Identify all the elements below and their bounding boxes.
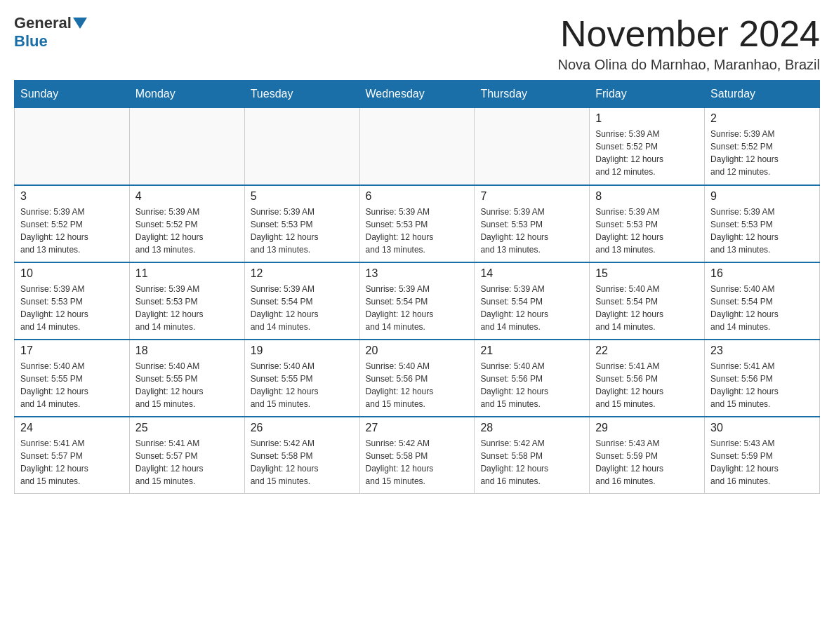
day-number: 5 [251,190,354,203]
calendar-week-row: 10Sunrise: 5:39 AMSunset: 5:53 PMDayligh… [15,262,820,340]
calendar-cell: 12Sunrise: 5:39 AMSunset: 5:54 PMDayligh… [244,262,359,340]
day-info: Sunrise: 5:42 AMSunset: 5:58 PMDaylight:… [251,437,354,488]
day-info: Sunrise: 5:39 AMSunset: 5:53 PMDaylight:… [480,206,583,256]
day-info: Sunrise: 5:39 AMSunset: 5:53 PMDaylight:… [366,206,469,256]
calendar-cell: 7Sunrise: 5:39 AMSunset: 5:53 PMDaylight… [475,185,590,262]
calendar-cell: 19Sunrise: 5:40 AMSunset: 5:55 PMDayligh… [244,340,359,417]
day-number: 15 [595,267,699,280]
calendar-cell: 29Sunrise: 5:43 AMSunset: 5:59 PMDayligh… [590,417,705,494]
calendar-cell [244,108,359,185]
logo-general-text: General [14,14,72,32]
day-number: 29 [595,422,699,434]
day-number: 11 [135,267,239,280]
weekday-header-wednesday: Wednesday [359,81,475,108]
day-number: 3 [20,190,124,203]
day-info: Sunrise: 5:39 AMSunset: 5:53 PMDaylight:… [710,206,814,256]
day-number: 16 [710,267,814,280]
calendar-cell: 24Sunrise: 5:41 AMSunset: 5:57 PMDayligh… [15,417,130,494]
day-info: Sunrise: 5:39 AMSunset: 5:52 PMDaylight:… [595,128,699,178]
weekday-header-friday: Friday [590,81,705,108]
day-info: Sunrise: 5:39 AMSunset: 5:54 PMDaylight:… [480,283,583,333]
calendar-cell: 21Sunrise: 5:40 AMSunset: 5:56 PMDayligh… [475,340,590,417]
calendar-week-row: 3Sunrise: 5:39 AMSunset: 5:52 PMDaylight… [15,185,820,262]
calendar-cell: 15Sunrise: 5:40 AMSunset: 5:54 PMDayligh… [590,262,705,340]
calendar-cell [129,108,244,185]
day-info: Sunrise: 5:40 AMSunset: 5:54 PMDaylight:… [595,283,699,333]
day-info: Sunrise: 5:40 AMSunset: 5:56 PMDaylight:… [480,360,583,410]
day-number: 21 [480,344,583,357]
calendar-cell: 23Sunrise: 5:41 AMSunset: 5:56 PMDayligh… [705,340,820,417]
weekday-header-monday: Monday [129,81,244,108]
day-number: 8 [595,190,699,203]
day-info: Sunrise: 5:39 AMSunset: 5:52 PMDaylight:… [710,128,814,178]
day-info: Sunrise: 5:39 AMSunset: 5:53 PMDaylight:… [251,206,354,256]
day-info: Sunrise: 5:39 AMSunset: 5:52 PMDaylight:… [20,206,124,256]
calendar-cell [359,108,475,185]
day-info: Sunrise: 5:41 AMSunset: 5:56 PMDaylight:… [595,360,699,410]
calendar-cell [15,108,130,185]
calendar-cell: 30Sunrise: 5:43 AMSunset: 5:59 PMDayligh… [705,417,820,494]
weekday-header-tuesday: Tuesday [244,81,359,108]
day-number: 4 [135,190,239,203]
day-info: Sunrise: 5:39 AMSunset: 5:54 PMDaylight:… [251,283,354,333]
day-number: 24 [20,422,124,434]
day-info: Sunrise: 5:39 AMSunset: 5:53 PMDaylight:… [135,283,239,333]
day-info: Sunrise: 5:40 AMSunset: 5:56 PMDaylight:… [366,360,469,410]
calendar-cell: 11Sunrise: 5:39 AMSunset: 5:53 PMDayligh… [129,262,244,340]
day-number: 28 [480,422,583,434]
day-number: 25 [135,422,239,434]
calendar-week-row: 24Sunrise: 5:41 AMSunset: 5:57 PMDayligh… [15,417,820,494]
calendar-cell: 6Sunrise: 5:39 AMSunset: 5:53 PMDaylight… [359,185,475,262]
calendar-cell: 17Sunrise: 5:40 AMSunset: 5:55 PMDayligh… [15,340,130,417]
page-header: General Blue November 2024 Nova Olina do… [14,14,820,73]
day-number: 9 [710,190,814,203]
day-info: Sunrise: 5:42 AMSunset: 5:58 PMDaylight:… [366,437,469,488]
calendar-cell: 20Sunrise: 5:40 AMSunset: 5:56 PMDayligh… [359,340,475,417]
calendar-cell: 14Sunrise: 5:39 AMSunset: 5:54 PMDayligh… [475,262,590,340]
weekday-header-sunday: Sunday [15,81,130,108]
day-number: 10 [20,267,124,280]
day-number: 6 [366,190,469,203]
calendar-cell: 13Sunrise: 5:39 AMSunset: 5:54 PMDayligh… [359,262,475,340]
logo: General Blue [14,14,88,51]
calendar-cell: 4Sunrise: 5:39 AMSunset: 5:52 PMDaylight… [129,185,244,262]
location-title: Nova Olina do Marnhao, Maranhao, Brazil [557,57,820,73]
day-number: 13 [366,267,469,280]
calendar-cell: 22Sunrise: 5:41 AMSunset: 5:56 PMDayligh… [590,340,705,417]
day-number: 20 [366,344,469,357]
day-number: 7 [480,190,583,203]
day-info: Sunrise: 5:40 AMSunset: 5:55 PMDaylight:… [20,360,124,410]
day-number: 22 [595,344,699,357]
calendar-cell: 26Sunrise: 5:42 AMSunset: 5:58 PMDayligh… [244,417,359,494]
calendar-cell: 5Sunrise: 5:39 AMSunset: 5:53 PMDaylight… [244,185,359,262]
day-info: Sunrise: 5:40 AMSunset: 5:55 PMDaylight:… [251,360,354,410]
title-section: November 2024 Nova Olina do Marnhao, Mar… [557,14,820,73]
day-info: Sunrise: 5:41 AMSunset: 5:57 PMDaylight:… [20,437,124,488]
calendar-cell: 3Sunrise: 5:39 AMSunset: 5:52 PMDaylight… [15,185,130,262]
day-info: Sunrise: 5:40 AMSunset: 5:55 PMDaylight:… [135,360,239,410]
calendar-cell: 16Sunrise: 5:40 AMSunset: 5:54 PMDayligh… [705,262,820,340]
logo-blue-text: Blue [14,32,48,50]
day-number: 23 [710,344,814,357]
day-number: 17 [20,344,124,357]
calendar-table: SundayMondayTuesdayWednesdayThursdayFrid… [14,80,820,494]
calendar-cell: 10Sunrise: 5:39 AMSunset: 5:53 PMDayligh… [15,262,130,340]
month-title: November 2024 [557,14,820,54]
day-number: 30 [710,422,814,434]
calendar-cell: 25Sunrise: 5:41 AMSunset: 5:57 PMDayligh… [129,417,244,494]
calendar-cell: 8Sunrise: 5:39 AMSunset: 5:53 PMDaylight… [590,185,705,262]
day-info: Sunrise: 5:39 AMSunset: 5:52 PMDaylight:… [135,206,239,256]
calendar-cell [475,108,590,185]
calendar-cell: 9Sunrise: 5:39 AMSunset: 5:53 PMDaylight… [705,185,820,262]
weekday-header-saturday: Saturday [705,81,820,108]
day-info: Sunrise: 5:39 AMSunset: 5:53 PMDaylight:… [595,206,699,256]
calendar-week-row: 17Sunrise: 5:40 AMSunset: 5:55 PMDayligh… [15,340,820,417]
day-number: 27 [366,422,469,434]
day-info: Sunrise: 5:43 AMSunset: 5:59 PMDaylight:… [595,437,699,488]
calendar-cell: 1Sunrise: 5:39 AMSunset: 5:52 PMDaylight… [590,108,705,185]
day-info: Sunrise: 5:39 AMSunset: 5:53 PMDaylight:… [20,283,124,333]
calendar-cell: 27Sunrise: 5:42 AMSunset: 5:58 PMDayligh… [359,417,475,494]
day-info: Sunrise: 5:39 AMSunset: 5:54 PMDaylight:… [366,283,469,333]
day-number: 14 [480,267,583,280]
calendar-cell: 28Sunrise: 5:42 AMSunset: 5:58 PMDayligh… [475,417,590,494]
